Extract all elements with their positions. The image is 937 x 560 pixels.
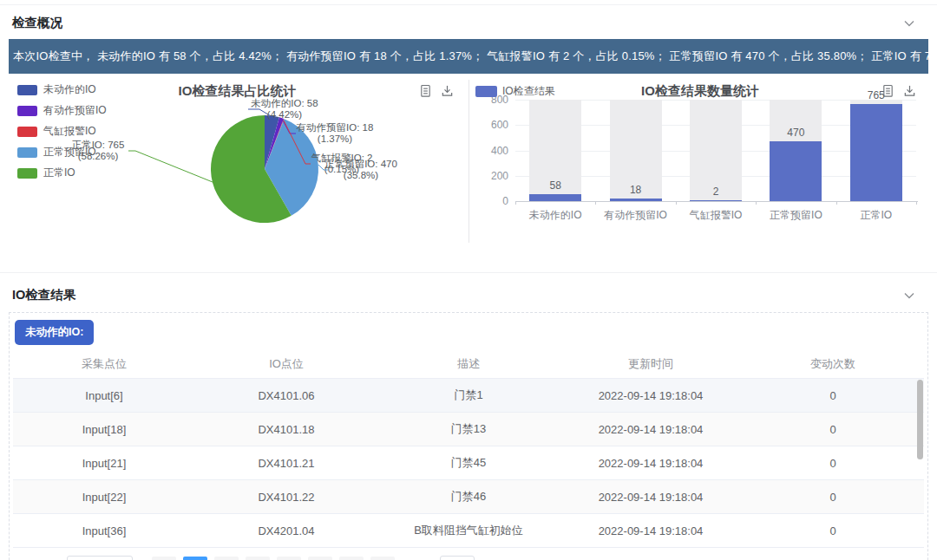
table-cell: B取料阻挡气缸初始位 bbox=[377, 514, 560, 548]
legend-swatch bbox=[17, 168, 37, 179]
table-cell: DX4101.18 bbox=[195, 413, 377, 446]
results-title: IO检查结果 bbox=[12, 287, 75, 303]
pie-data-label: (1.37%) bbox=[318, 133, 352, 144]
table-cell: 2022-09-14 19:18:04 bbox=[560, 480, 742, 514]
legend-label: 气缸报警IO bbox=[43, 124, 96, 139]
category-badge[interactable]: 未动作的IO: bbox=[15, 320, 94, 345]
table-row: Input[6]DX4101.06门禁12022-09-14 19:18:040 bbox=[13, 379, 924, 413]
y-axis-tick-label: 400 bbox=[474, 145, 508, 157]
bar[interactable] bbox=[610, 199, 662, 201]
bar-value-label: 58 bbox=[515, 179, 595, 192]
table-cell: Input[22] bbox=[13, 480, 195, 514]
table-cell: DX4101.06 bbox=[195, 379, 377, 413]
pie-data-label: 有动作预留IO: 18 bbox=[297, 122, 374, 133]
legend-swatch bbox=[17, 127, 37, 137]
table-column-header: 更新时间 bbox=[560, 350, 742, 379]
table-cell: Input[36] bbox=[13, 514, 195, 548]
bar-chart-panel: IO检查结果 IO检查结果数量统计 0200 bbox=[472, 78, 928, 248]
results-collapse-icon[interactable] bbox=[902, 289, 916, 303]
page-button-5[interactable]: 5 bbox=[308, 557, 332, 560]
x-axis-line bbox=[515, 201, 918, 202]
pie-legend-item[interactable]: 未动作的IO bbox=[17, 82, 107, 97]
legend-label: 正常IO bbox=[43, 166, 75, 180]
bar-legend-label: IO检查结果 bbox=[502, 84, 555, 99]
page-size-select[interactable]: 10条/页 bbox=[67, 556, 133, 560]
bar[interactable] bbox=[690, 200, 742, 201]
table-cell: Input[18] bbox=[13, 413, 195, 446]
y-axis-tick-label: 200 bbox=[474, 170, 508, 182]
page-button-4[interactable]: 4 bbox=[277, 557, 301, 560]
pie-legend-item[interactable]: 气缸报警IO bbox=[17, 124, 107, 139]
table-cell: 0 bbox=[742, 379, 924, 413]
pagination: 共 58 条 10条/页 123456 前往 页 bbox=[13, 548, 924, 560]
table-cell: 2022-09-14 19:18:04 bbox=[560, 446, 742, 480]
io-results-table: 采集点位IO点位描述更新时间变动次数 Input[6]DX4101.06门禁12… bbox=[13, 350, 924, 548]
table-column-header: 描述 bbox=[377, 350, 560, 379]
results-section: IO检查结果 未动作的IO: 采集点位IO点位描述更新时间变动次数 Input[… bbox=[0, 273, 937, 560]
bar-legend-swatch bbox=[475, 86, 497, 97]
results-header: IO检查结果 bbox=[0, 273, 937, 312]
pie-data-label: 正常预留IO: 470 bbox=[324, 159, 397, 169]
x-axis-tick bbox=[595, 201, 596, 205]
summary-text: 本次IO检查中， 未动作的IO 有 58 个，占比 4.42%； 有动作预留IO… bbox=[13, 49, 928, 64]
table-cell: 2022-09-14 19:18:04 bbox=[560, 514, 742, 548]
table-cell: Input[21] bbox=[13, 446, 195, 480]
pie-legend-item[interactable]: 有动作预留IO bbox=[17, 103, 107, 118]
table-row: Input[22]DX4101.22门禁462022-09-14 19:18:0… bbox=[13, 480, 924, 514]
x-axis-tick bbox=[756, 201, 757, 205]
bar[interactable] bbox=[850, 104, 902, 201]
page-button-3[interactable]: 3 bbox=[246, 557, 270, 560]
x-axis-category-label: 气缸报警IO bbox=[676, 208, 756, 223]
goto-page-input[interactable] bbox=[440, 556, 475, 560]
legend-swatch bbox=[17, 106, 37, 116]
pie-legend-item[interactable]: 正常IO bbox=[17, 166, 107, 180]
pie-label-line bbox=[128, 151, 213, 182]
bar-value-label: 470 bbox=[756, 127, 835, 139]
table-column-header: 变动次数 bbox=[742, 350, 924, 379]
bar[interactable] bbox=[529, 194, 581, 201]
page-button-group: 123456 bbox=[180, 557, 367, 560]
table-cell: 门禁46 bbox=[377, 480, 560, 514]
table-cell: 0 bbox=[742, 446, 924, 480]
pie-legend-item[interactable]: 正常预留IO bbox=[17, 145, 107, 160]
next-page-button[interactable] bbox=[370, 557, 395, 560]
dashboard-page: 检查概况 本次IO检查中， 未动作的IO 有 58 个，占比 4.42%； 有动… bbox=[0, 0, 937, 560]
x-axis-category-label: 正常预留IO bbox=[756, 208, 835, 223]
bar-chart: 020040060080058未动作的IO18有动作预留IO2气缸报警IO470… bbox=[472, 78, 928, 248]
pie-data-label: (4.42%) bbox=[267, 109, 302, 120]
table-cell: 0 bbox=[742, 514, 924, 548]
pie-legend: 未动作的IO有动作预留IO气缸报警IO正常预留IO正常IO bbox=[17, 82, 107, 180]
table-row: Input[36]DX4201.04B取料阻挡气缸初始位2022-09-14 1… bbox=[13, 514, 924, 548]
x-axis-tick bbox=[676, 201, 677, 205]
table-head: 采集点位IO点位描述更新时间变动次数 bbox=[13, 350, 924, 379]
bar-value-label: 2 bbox=[676, 186, 756, 198]
table-row: Input[18]DX4101.18门禁132022-09-14 19:18:0… bbox=[13, 413, 924, 446]
table-cell: 0 bbox=[742, 480, 924, 514]
legend-label: 未动作的IO bbox=[43, 82, 96, 97]
page-button-2[interactable]: 2 bbox=[214, 557, 239, 560]
table-cell: 门禁13 bbox=[377, 413, 560, 446]
table-cell: DX4101.22 bbox=[195, 480, 377, 514]
table-cell: Input[6] bbox=[13, 379, 195, 413]
table-cell: 0 bbox=[742, 413, 924, 446]
x-axis-category-label: 未动作的IO bbox=[515, 208, 595, 223]
goto-page-group: 前往 页 bbox=[410, 556, 493, 560]
table-cell: 2022-09-14 19:18:04 bbox=[560, 413, 742, 446]
table-cell: DX4201.04 bbox=[195, 514, 377, 548]
legend-label: 有动作预留IO bbox=[43, 103, 107, 118]
legend-swatch bbox=[17, 85, 37, 95]
bar-legend[interactable]: IO检查结果 bbox=[475, 84, 555, 99]
y-axis-tick-label: 600 bbox=[474, 119, 508, 131]
overview-collapse-icon[interactable] bbox=[902, 16, 916, 30]
legend-label: 正常预留IO bbox=[43, 145, 96, 160]
prev-page-button[interactable] bbox=[152, 557, 176, 560]
results-container: 未动作的IO: 采集点位IO点位描述更新时间变动次数 Input[6]DX410… bbox=[9, 312, 928, 560]
table-cell: DX4101.21 bbox=[195, 446, 377, 480]
pie-data-label: 未动作的IO: 58 bbox=[251, 98, 318, 108]
page-button-1[interactable]: 1 bbox=[183, 557, 207, 560]
page-button-6[interactable]: 6 bbox=[339, 557, 364, 560]
x-axis-category-label: 正常IO bbox=[836, 208, 916, 223]
table-scrollbar-thumb[interactable] bbox=[917, 380, 923, 459]
table-wrap: 采集点位IO点位描述更新时间变动次数 Input[6]DX4101.06门禁12… bbox=[13, 350, 924, 548]
bar[interactable] bbox=[770, 141, 822, 201]
